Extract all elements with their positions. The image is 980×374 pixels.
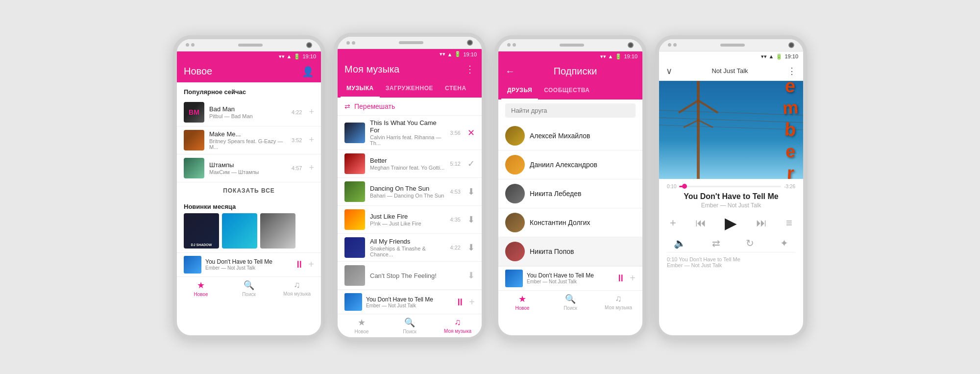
- song-title-dancing: Dancing On The Sun: [370, 185, 445, 192]
- mini-player-info-3: You Don't Have to Tell Me Ember — Not Ju…: [527, 272, 612, 284]
- status-time-2: 19:10: [463, 51, 477, 57]
- mini-player-1[interactable]: You Don't Have to Tell Me Ember — Not Ju…: [177, 252, 321, 276]
- song-dl-cant[interactable]: ⬇: [467, 270, 475, 281]
- nav-novoe-1[interactable]: ★ Новое: [177, 280, 225, 297]
- progress-track[interactable]: [679, 186, 781, 187]
- song-check-better[interactable]: ✓: [467, 158, 475, 169]
- phone-top-bar-2: [338, 37, 482, 49]
- player-shuffle-btn[interactable]: ⇄: [712, 237, 720, 249]
- player-menu-icon[interactable]: ⋮: [787, 66, 796, 76]
- nav-music-3[interactable]: ♫ Моя музыка: [594, 294, 642, 311]
- shuffle-row[interactable]: ⇄ Перемешать: [338, 98, 482, 116]
- collapse-icon[interactable]: ∨: [666, 66, 672, 76]
- app-header-1: Новое 👤: [177, 62, 321, 82]
- wifi-icon-2: ▲: [447, 51, 453, 57]
- song-row-cant[interactable]: Can't Stop The Feeling! ⬇: [338, 262, 482, 290]
- full-player-controls: 0:10 -3:26 You Don't Have to Tell Me Emb…: [659, 179, 803, 273]
- song-dl-dancing[interactable]: ⬇: [467, 186, 475, 197]
- song-row-makeme[interactable]: Make Me... Britney Spears feat. G-Eazy —…: [177, 126, 321, 154]
- player-repeat-btn[interactable]: ↻: [746, 237, 754, 249]
- show-all-btn[interactable]: ПОКАЗАТЬ ВСЕ: [177, 182, 321, 199]
- song-row-this[interactable]: This Is What You Came For Calvin Harris …: [338, 116, 482, 150]
- song-row-fire[interactable]: Just Like Fire P!nk — Just Like Fire 4:3…: [338, 206, 482, 234]
- mini-player-play-3[interactable]: ⏸: [616, 273, 626, 284]
- song-row-badman[interactable]: BM Bad Man Pitbul — Bad Man 4:22 +: [177, 99, 321, 126]
- tab-friends-3[interactable]: ДРУЗЬЯ: [501, 82, 538, 100]
- song-info-friends: All My Friends Snakehips & Tinashe & Cha…: [370, 238, 445, 257]
- song-add-stamps[interactable]: +: [309, 163, 314, 173]
- tab-downloaded-2[interactable]: ЗАГРУЖЕННОЕ: [380, 80, 439, 98]
- song-add-makeme[interactable]: +: [309, 135, 314, 145]
- player-list-btn[interactable]: ≡: [786, 217, 792, 229]
- header-title-1: Новое: [184, 66, 212, 77]
- friend-row-3[interactable]: Константин Долгих: [498, 208, 642, 237]
- song-info-badman: Bad Man Pitbul — Bad Man: [209, 105, 287, 119]
- nav-music-2[interactable]: ♫ Моя музыка: [434, 317, 482, 334]
- nav-label-search-3: Поиск: [564, 305, 577, 311]
- song-thumb-cant: [344, 265, 365, 286]
- song-duration-dancing: 4:53: [450, 189, 461, 195]
- shuffle-label: Перемешать: [354, 102, 395, 110]
- player-next-btn[interactable]: ⏭: [756, 217, 767, 229]
- tab-wall-2[interactable]: СТЕНА: [439, 80, 472, 98]
- song-row-stamps[interactable]: Штампы МакСим — Штампы 4:57 +: [177, 154, 321, 182]
- song-info-cant: Can't Stop The Feeling!: [370, 272, 463, 279]
- song-title-fire: Just Like Fire: [370, 213, 445, 220]
- ember-letters: e m b e r: [783, 86, 798, 174]
- player-speaker-btn[interactable]: 🔈: [674, 237, 686, 249]
- song-duration-friends: 4:22: [450, 245, 461, 250]
- nav-search-1[interactable]: 🔍 Поиск: [225, 280, 273, 297]
- mini-player-sub-3: Ember — Not Just Talk: [527, 279, 612, 284]
- player-prev-btn[interactable]: ⏮: [695, 217, 706, 229]
- music-icon-1: ♫: [294, 280, 300, 290]
- song-row-dancing[interactable]: Dancing On The Sun Bahari — Dancing On T…: [338, 178, 482, 206]
- tab-bar-2: МУЗЫКА ЗАГРУЖЕННОЕ СТЕНА: [338, 80, 482, 98]
- song-artist-badman: Pitbul — Bad Man: [209, 113, 287, 119]
- mini-player-add-3[interactable]: +: [630, 273, 636, 284]
- menu-icon-2[interactable]: ⋮: [465, 63, 475, 75]
- svg-line-2: [659, 125, 803, 130]
- song-dl-friends[interactable]: ⬇: [467, 242, 475, 253]
- friend-row-4[interactable]: Никита Попов: [498, 237, 642, 266]
- content-3: Алексей Михайлов Даниил Александров Ники…: [498, 100, 642, 266]
- player-play-btn[interactable]: ▶: [725, 214, 737, 232]
- song-title-makeme: Make Me...: [209, 130, 287, 138]
- nav-search-2[interactable]: 🔍 Поиск: [386, 317, 434, 334]
- tab-communities-3[interactable]: СООБЩЕСТВА: [538, 82, 595, 100]
- search-input-3[interactable]: [505, 103, 636, 118]
- nav-novoe-3[interactable]: ★ Новое: [498, 294, 546, 311]
- nav-search-3[interactable]: 🔍 Поиск: [546, 294, 594, 311]
- dot: [513, 43, 516, 47]
- friend-row-1[interactable]: Даниил Александров: [498, 150, 642, 179]
- signal-icon-3: ▾▾: [600, 53, 606, 60]
- back-icon-3[interactable]: ←: [505, 66, 515, 77]
- player-add-btn[interactable]: +: [670, 217, 676, 229]
- friend-row-2[interactable]: Никита Лебедев: [498, 179, 642, 208]
- song-duration-makeme: 3:52: [292, 137, 302, 143]
- nav-music-1[interactable]: ♫ Моя музыка: [273, 280, 321, 297]
- friend-row-0[interactable]: Алексей Михайлов: [498, 122, 642, 150]
- tab-music-2[interactable]: МУЗЫКА: [341, 80, 380, 98]
- song-add-badman[interactable]: +: [309, 107, 314, 117]
- mini-player-3[interactable]: You Don't Have to Tell Me Ember — Not Ju…: [498, 266, 642, 290]
- song-thumb-stamps: [184, 158, 204, 178]
- song-remove-this[interactable]: ✕: [467, 127, 475, 138]
- tab-bar-3: ДРУЗЬЯ СООБЩЕСТВА: [498, 82, 642, 100]
- mini-player-thumb-1: [184, 256, 201, 274]
- song-dl-fire[interactable]: ⬇: [467, 214, 475, 225]
- mini-player-play-1[interactable]: ⏸: [294, 259, 304, 270]
- song-row-better[interactable]: Better Meghan Trainor feat. Yo Gotti... …: [338, 150, 482, 178]
- battery-icon-2: 🔋: [454, 51, 461, 57]
- mini-player-2[interactable]: You Don't Have to Tell Me Ember — Not Ju…: [338, 290, 482, 314]
- mini-player-add-1[interactable]: +: [308, 259, 314, 270]
- header-icon-1[interactable]: 👤: [302, 66, 314, 77]
- player-more-btn[interactable]: ✦: [780, 237, 788, 249]
- mini-player-play-2[interactable]: ⏸: [455, 297, 465, 308]
- mini-player-add-2[interactable]: +: [469, 297, 475, 308]
- song-duration-badman: 4:22: [292, 109, 302, 115]
- app-header-2: Моя музыка ⋮: [338, 59, 482, 80]
- phone-top-bar-1: [177, 39, 321, 51]
- nav-novoe-2[interactable]: ★ Новое: [338, 317, 386, 334]
- song-row-friends[interactable]: All My Friends Snakehips & Tinashe & Cha…: [338, 234, 482, 262]
- mini-player-title-2: You Don't Have to Tell Me: [366, 296, 451, 303]
